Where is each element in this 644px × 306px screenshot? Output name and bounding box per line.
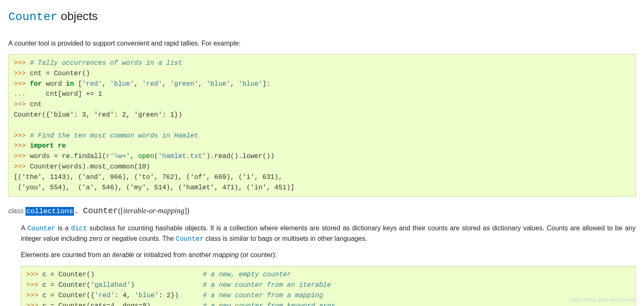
heading-code-link[interactable]: Counter xyxy=(8,10,58,23)
class-definition: class collections. Counter([iterable-or-… xyxy=(8,205,636,306)
section-heading: Counter objects xyxy=(8,8,636,26)
intro-paragraph: A counter tool is provided to support co… xyxy=(8,38,636,48)
dict-ref-link[interactable]: dict xyxy=(71,225,87,232)
class-signature: class collections. Counter([iterable-or-… xyxy=(8,205,636,217)
code-block-example-2: >>> c = Counter() # a new, empty counter… xyxy=(21,266,636,306)
heading-rest: objects xyxy=(58,10,98,23)
module-name-selected[interactable]: collections xyxy=(25,207,74,216)
class-name: Counter xyxy=(83,206,118,216)
class-description-2: Elements are counted from an iterable or… xyxy=(21,250,636,260)
counter-ref-link[interactable]: Counter xyxy=(27,225,55,232)
code-block-example-1: >>> # Tally occurrences of words in a li… xyxy=(8,54,636,196)
counter-ref-link-2[interactable]: Counter xyxy=(176,235,204,243)
class-args: iterable-or-mapping xyxy=(123,207,185,215)
class-description-1: A Counter is a dict subclass for countin… xyxy=(21,223,636,244)
class-keyword: class xyxy=(8,207,25,214)
